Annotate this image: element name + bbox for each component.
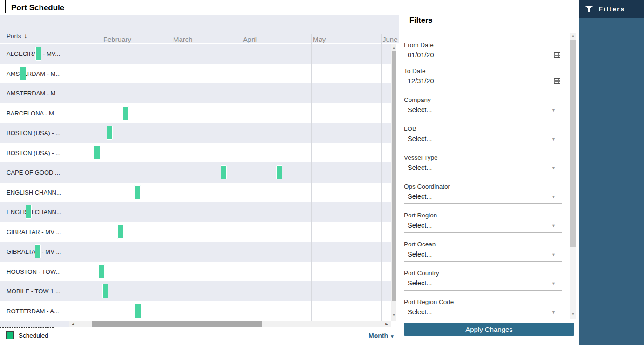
filter-field-value[interactable]: 12/31/20: [404, 76, 546, 88]
port-row-label: BOSTON (USA) - ...: [7, 129, 60, 136]
filter-field-value[interactable]: Select... ▼: [404, 278, 562, 291]
legend-swatch: [6, 331, 14, 339]
schedule-bar[interactable]: [107, 126, 113, 140]
schedule-bar[interactable]: [35, 47, 41, 61]
table-row[interactable]: AMSTERDAM - M...: [0, 83, 391, 103]
chevron-down-icon[interactable]: ▼: [551, 223, 556, 228]
table-row[interactable]: CAPE OF GOOD ...: [0, 162, 391, 183]
table-row[interactable]: MOBILE - TOW 1 ...: [0, 281, 391, 301]
interval-dropdown[interactable]: Month▼: [358, 332, 395, 339]
filter-field-value[interactable]: Select... ▼: [404, 250, 562, 262]
port-row-label: ENGLISH CHANN...: [7, 209, 61, 216]
ports-header-label: Ports: [7, 33, 21, 40]
calendar-icon[interactable]: [554, 78, 560, 84]
filter-value-text: Select...: [408, 279, 432, 287]
filter-field: Port Region Select... ▼: [404, 209, 564, 237]
rows-area: ALGECIRAS - MV... AMSTERDAM - M... AMSTE…: [0, 44, 391, 321]
chevron-down-icon[interactable]: ▼: [551, 166, 556, 170]
port-row-label: BOSTON (USA) - ...: [7, 149, 60, 156]
filter-value-text: Select...: [408, 222, 432, 229]
schedule-bar[interactable]: [102, 284, 108, 298]
schedule-bar[interactable]: [99, 264, 105, 278]
chevron-down-icon[interactable]: ▼: [551, 281, 556, 286]
port-row-label: ROTTERDAM - A...: [7, 307, 59, 314]
chart-horizontal-scrollbar[interactable]: ◀ ▶: [69, 321, 391, 327]
schedule-bar[interactable]: [123, 106, 129, 120]
sidebar-tab-filters[interactable]: Filters: [579, 0, 644, 18]
filter-field-value[interactable]: Select... ▼: [404, 221, 562, 233]
scroll-up-icon[interactable]: ▲: [391, 45, 396, 51]
title-tick: [5, 0, 6, 13]
schedule-chart: Ports↓ FebruaryMarchAprilMayJune ALGECIR…: [0, 15, 399, 327]
scroll-down-icon[interactable]: ▼: [570, 311, 576, 318]
filter-value-text: Select...: [408, 106, 432, 114]
filter-field: From Date 01/01/20: [404, 41, 564, 67]
table-row[interactable]: AMSTERDAM - M...: [0, 64, 391, 84]
scroll-up-icon[interactable]: ▲: [570, 33, 576, 39]
filter-field-value[interactable]: Select... ▼: [404, 192, 562, 204]
panel-scrollbar[interactable]: ▲ ▼: [570, 33, 576, 319]
chart-vertical-scrollbar[interactable]: ▲ ▼: [391, 44, 396, 321]
chevron-down-icon[interactable]: ▼: [551, 310, 556, 315]
table-row[interactable]: GIBRALTAR - MV ...: [0, 222, 391, 242]
calendar-icon[interactable]: [554, 52, 560, 58]
filter-field-value[interactable]: Select... ▼: [404, 134, 562, 146]
table-row[interactable]: BOSTON (USA) - ...: [0, 143, 391, 163]
filter-value-text: Select...: [408, 250, 432, 258]
table-row[interactable]: BOSTON (USA) - ...: [0, 123, 391, 143]
table-row[interactable]: GIBRALTAR - MV ...: [0, 242, 391, 262]
chevron-down-icon[interactable]: ▼: [551, 108, 556, 113]
table-row[interactable]: BARCELONA - M...: [0, 103, 391, 123]
schedule-bar[interactable]: [94, 146, 100, 160]
port-row-label: ALGECIRAS - MV...: [7, 50, 60, 57]
sidebar-tab-label: Filters: [599, 6, 625, 13]
focus-dash-line: [0, 327, 54, 328]
filter-field-value[interactable]: Select... ▼: [404, 163, 562, 175]
partial-row: [0, 321, 69, 327]
sort-desc-icon[interactable]: ↓: [24, 33, 27, 40]
port-row-label: ENGLISH CHANN...: [7, 189, 61, 196]
filter-field-value[interactable]: Select... ▼: [404, 307, 562, 319]
chevron-down-icon[interactable]: ▼: [551, 252, 556, 257]
chevron-down-icon[interactable]: ▼: [551, 195, 556, 199]
schedule-bar[interactable]: [221, 165, 227, 179]
legend-scheduled: Scheduled: [6, 331, 48, 339]
table-row[interactable]: ENGLISH CHANN...: [0, 183, 391, 203]
filter-field-label: Port Ocean: [404, 237, 564, 248]
month-label: June: [382, 35, 398, 43]
schedule-bar[interactable]: [26, 205, 32, 219]
filter-field-value[interactable]: 01/01/20: [404, 50, 546, 62]
scroll-right-icon[interactable]: ▶: [383, 321, 390, 327]
table-row[interactable]: HOUSTON - TOW...: [0, 262, 391, 282]
horizontal-scroll-thumb[interactable]: [92, 321, 262, 327]
scroll-down-icon[interactable]: ▼: [391, 312, 396, 318]
schedule-bar[interactable]: [134, 185, 141, 199]
filter-field-value[interactable]: Select... ▼: [404, 105, 562, 117]
apply-changes-button[interactable]: Apply Changes: [404, 323, 574, 336]
filter-field-label: Company: [404, 93, 564, 103]
table-row[interactable]: ALGECIRAS - MV...: [0, 44, 391, 64]
filter-value-text: Select...: [408, 308, 432, 316]
chart-header: Ports↓ FebruaryMarchAprilMayJune: [0, 15, 399, 43]
ports-column-header[interactable]: Ports↓: [7, 33, 27, 40]
filter-field-label: To Date: [404, 67, 564, 74]
filter-funnel-icon: [585, 6, 593, 12]
table-row[interactable]: ENGLISH CHANN...: [0, 202, 391, 222]
page-title: Port Schedule: [11, 3, 64, 13]
schedule-bar[interactable]: [20, 67, 26, 81]
schedule-bar[interactable]: [276, 165, 282, 179]
schedule-bar[interactable]: [117, 225, 123, 239]
port-row-label: HOUSTON - TOW...: [7, 268, 60, 275]
chevron-down-icon[interactable]: ▼: [551, 137, 556, 142]
filter-field-label: From Date: [404, 41, 564, 48]
scroll-left-icon[interactable]: ◀: [70, 321, 76, 327]
filter-field-label: Ops Coordinator: [404, 180, 564, 190]
filter-field: LOB Select... ▼: [404, 122, 564, 151]
panel-scroll-thumb[interactable]: [570, 40, 576, 247]
table-row[interactable]: ROTTERDAM - A...: [0, 301, 391, 321]
schedule-bar[interactable]: [35, 244, 41, 258]
port-row-label: GIBRALTAR - MV ...: [7, 248, 61, 255]
filter-value-text: Select...: [408, 164, 432, 171]
schedule-bar[interactable]: [135, 304, 141, 318]
vertical-scroll-thumb[interactable]: [392, 51, 396, 301]
